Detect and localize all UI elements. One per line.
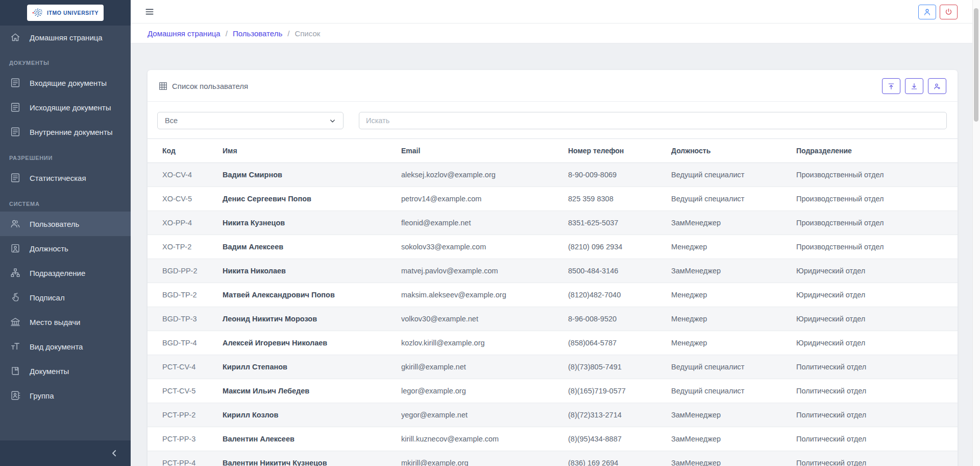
upload-icon [887,82,895,90]
sidebar-item-documents[interactable]: Документы [0,359,131,383]
sitemap-icon [10,267,21,278]
cell-department: Производственный отдел [791,187,958,211]
upload-button[interactable] [882,78,900,94]
scrollbar-thumb[interactable] [974,8,978,122]
card-title-text: Список пользавателя [172,82,248,90]
profile-button[interactable] [918,5,936,19]
type-filter-select[interactable]: Все [157,112,344,129]
person-icon [923,8,932,16]
cell-position: ЗамМенеджер [666,403,791,427]
sidebar-item-user[interactable]: Пользователь [0,212,131,236]
sidebar-item-label: Внутренние документы [30,128,113,136]
sidebar-item-label: Документы [30,367,69,376]
main-area: Домашняя страница / Пользователь / Списо… [131,0,980,466]
cell-position: Менеджер [666,331,791,355]
cell-phone: (8)(72)313-2714 [563,403,666,427]
sidebar-item-place-of-issue[interactable]: Место выдачи [0,310,131,334]
table-row: BGD-TP-2Матвей Александрович Поповmaksim… [148,283,958,307]
breadcrumb-home-link[interactable]: Домашняя страница [148,29,220,38]
sidebar-item-label: Группа [30,391,54,400]
cell-phone: 825 359 8308 [563,187,666,211]
sidebar-item-signed-by[interactable]: Подписал [0,285,131,310]
table-header: КодИмяEmailНомер телефонДолжностьПодразд… [148,139,958,163]
topbar [131,0,980,24]
chevron-down-icon [329,118,336,124]
cell-code: PCT-PP-4 [148,451,217,466]
sidebar-item-position[interactable]: Должность [0,236,131,261]
cell-email: sokolov33@example.com [396,235,563,259]
sidebar-item-home[interactable]: Домашняя страница [0,26,131,49]
cell-phone: (858)064-5787 [563,331,666,355]
page-content: Список пользавателя [131,43,980,466]
sidebar-item-department[interactable]: Подразделение [0,261,131,285]
logout-button[interactable] [940,5,958,19]
table-row: PCT-PP-4Валентин Никитич Кузнецовmkirill… [148,451,958,466]
cell-department: Политический отдел [791,403,958,427]
cell-position: ЗамМенеджер [666,427,791,451]
cell-department: Юридический отдел [791,259,958,283]
cell-email: maksim.alekseev@example.org [396,283,563,307]
cell-email: petrov14@example.com [396,187,563,211]
book-icon [10,365,21,377]
bank-icon [10,316,21,328]
sidebar-item-group[interactable]: Группа [0,383,131,408]
cell-position: Менеджер [666,235,791,259]
cell-name: Валентин Никитич Кузнецов [217,451,396,466]
cell-phone: (8)(73)805-7491 [563,355,666,379]
add-user-button[interactable] [928,78,946,94]
cell-name: Валентин Алексеев [217,427,396,451]
sidebar-item-outgoing-documents[interactable]: Исходящие документы [0,95,131,120]
sidebar-item-statistical[interactable]: Статистическая [0,166,131,190]
table-header-row: КодИмяEmailНомер телефонДолжностьПодразд… [148,139,958,163]
cell-position: Менеджер [666,307,791,331]
cell-email: fleonid@example.net [396,211,563,235]
table-row: XO-TP-2Вадим Алексеевsokolov33@example.c… [148,235,958,259]
cell-phone: 8500-484-3146 [563,259,666,283]
cell-code: XO-PP-4 [148,211,217,235]
search-input[interactable] [359,112,947,129]
grid-icon [158,81,168,91]
chevron-left-icon[interactable] [109,448,119,458]
cell-code: XO-TP-2 [148,235,217,259]
sidebar-item-incoming-documents[interactable]: Входящие документы [0,71,131,95]
table-row: PCT-PP-3Валентин Алексеевkirill.kuznecov… [148,427,958,451]
sidebar-item-label: Пользователь [30,220,79,228]
document-icon [10,102,21,113]
sidebar-item-internal-documents[interactable]: Внутренние документы [0,120,131,144]
cell-phone: (8)(95)434-8887 [563,427,666,451]
power-icon [944,8,953,16]
table-row: XO-PP-4Никита Кузнецовfleonid@example.ne… [148,211,958,235]
cell-position: Ведущий специалист [666,379,791,403]
cell-position: Ведущий специалист [666,355,791,379]
sidebar: ITMO UNIVERSITY Домашняя страница ДОКУМЕ… [0,0,131,466]
sidebar-item-label: Место выдачи [30,318,80,327]
column-header-email: Email [396,139,563,163]
hamburger-menu-icon[interactable] [144,7,155,17]
cell-department: Политический отдел [791,355,958,379]
cell-position: ЗамМенеджер [666,259,791,283]
document-icon [10,77,21,88]
sidebar-item-label: Входящие документы [30,79,107,87]
table-row: BGD-TP-4Алексей Игоревич Николаевkozlov.… [148,331,958,355]
sidebar-section-title: СИСТЕМА [0,190,131,212]
breadcrumb-user-link[interactable]: Пользователь [233,29,282,38]
user-table-body: XO-CV-4Вадим Смирновaleksej.kozlov@examp… [148,163,958,466]
breadcrumb-separator: / [287,29,289,38]
table-row: PCT-CV-5Максим Ильич Лебедевlegor@exampl… [148,379,958,403]
sidebar-section-title: РАЗРЕШЕНИИ [0,144,131,166]
cell-code: PCT-PP-3 [148,427,217,451]
cell-position: ЗамМенеджер [666,211,791,235]
type-icon [10,341,21,352]
cell-name: Матвей Александрович Попов [217,283,396,307]
itmo-logo[interactable]: ITMO UNIVERSITY [27,5,104,21]
cell-code: BGD-TP-4 [148,331,217,355]
page-scrollbar[interactable] [972,0,980,466]
cell-email: aleksej.kozlov@example.org [396,163,563,187]
cell-name: Максим Ильич Лебедев [217,379,396,403]
cell-email: legor@example.org [396,379,563,403]
type-filter-value: Все [165,116,178,125]
card-toolbar [882,78,946,94]
sidebar-item-document-type[interactable]: Вид документа [0,334,131,359]
cell-name: Кирилл Степанов [217,355,396,379]
download-button[interactable] [905,78,923,94]
